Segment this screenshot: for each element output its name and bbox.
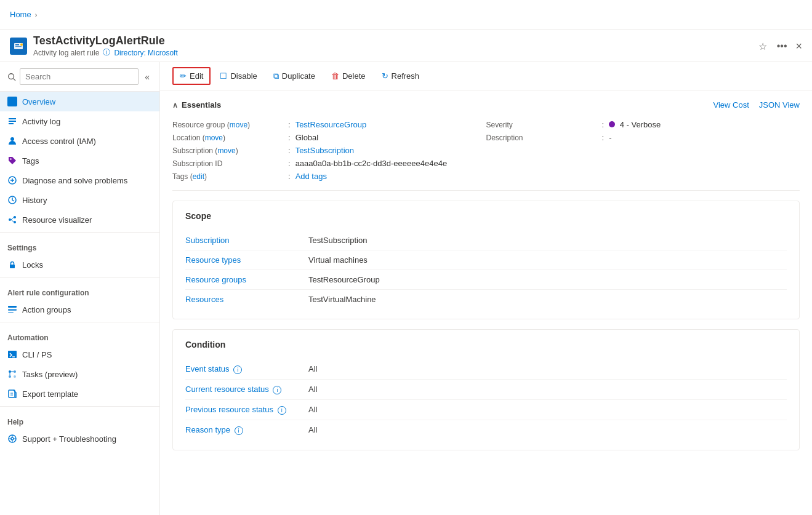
main-layout: « Overview Activity log bbox=[0, 62, 812, 515]
add-tags-link[interactable]: Add tags bbox=[295, 172, 327, 181]
svg-rect-24 bbox=[8, 309, 17, 311]
content-body: ∧ Essentials View Cost JSON View bbox=[160, 90, 812, 460]
svg-point-18 bbox=[14, 216, 16, 218]
scope-resources-label: Resources bbox=[185, 295, 308, 304]
sidebar-item-diagnose[interactable]: Diagnose and solve problems bbox=[0, 170, 159, 190]
duplicate-button[interactable]: ⧉ Duplicate bbox=[267, 68, 322, 85]
overview-icon bbox=[7, 97, 17, 106]
breadcrumb-separator: › bbox=[35, 11, 38, 18]
tags-edit-link[interactable]: edit bbox=[193, 172, 204, 181]
scope-resource-types-row: Resource types Virtual machines bbox=[185, 250, 787, 270]
sidebar-item-tags[interactable]: Tags bbox=[0, 151, 159, 170]
subscription-row: Subscription (move) : TestSubscription bbox=[172, 144, 486, 157]
favorite-button[interactable]: ☆ bbox=[756, 38, 770, 55]
essentials-title: ∧ Essentials bbox=[172, 100, 221, 110]
scope-fields: Subscription TestSubscription Resource t… bbox=[185, 231, 787, 309]
search-input[interactable] bbox=[20, 68, 139, 85]
sidebar-item-cli-ps[interactable]: CLI / PS bbox=[0, 345, 159, 364]
severity-row: Severity : 4 - Verbose bbox=[486, 118, 800, 131]
essentials-grid: Resource group (move) : TestResourceGrou… bbox=[172, 118, 800, 191]
more-options-button[interactable]: ••• bbox=[774, 38, 790, 54]
sidebar-item-label: Diagnose and solve problems bbox=[22, 176, 127, 185]
collapse-sidebar-button[interactable]: « bbox=[142, 71, 152, 83]
header-actions: ☆ ••• bbox=[756, 38, 790, 55]
sidebar-item-activity-log[interactable]: Activity log bbox=[0, 111, 159, 131]
sidebar-item-iam[interactable]: Access control (IAM) bbox=[0, 131, 159, 151]
sidebar-divider-settings bbox=[0, 232, 159, 233]
svg-rect-25 bbox=[8, 312, 14, 313]
sidebar-item-resource-visualizer[interactable]: Resource visualizer bbox=[0, 210, 159, 230]
svg-point-19 bbox=[14, 221, 16, 223]
subscription-move-link[interactable]: move bbox=[217, 146, 235, 155]
svg-point-38 bbox=[11, 437, 14, 440]
disable-button[interactable]: ☐ Disable bbox=[213, 68, 263, 84]
sidebar-item-locks[interactable]: Locks bbox=[0, 255, 159, 274]
svg-rect-7 bbox=[13, 99, 15, 101]
info-icon: ⓘ bbox=[103, 47, 110, 58]
help-section-header: Help bbox=[0, 409, 159, 429]
svg-point-3 bbox=[20, 44, 23, 46]
edit-button[interactable]: ✏ Edit bbox=[172, 67, 211, 85]
resource-group-value: TestResourceGroup bbox=[295, 120, 367, 129]
duplicate-icon: ⧉ bbox=[273, 71, 279, 81]
sidebar-item-tasks-preview[interactable]: Tasks (preview) bbox=[0, 364, 159, 384]
svg-rect-10 bbox=[9, 118, 16, 119]
svg-rect-8 bbox=[10, 102, 12, 104]
reason-type-label: Reason type i bbox=[185, 425, 308, 435]
event-status-label: Event status i bbox=[185, 364, 308, 374]
settings-section-header: Settings bbox=[0, 235, 159, 255]
current-resource-status-value: All bbox=[308, 385, 317, 394]
scope-resources-value: TestVirtualMachine bbox=[308, 295, 376, 304]
sidebar-item-action-groups[interactable]: Action groups bbox=[0, 300, 159, 319]
scope-card: Scope Subscription TestSubscription Reso… bbox=[172, 201, 800, 319]
svg-rect-23 bbox=[8, 306, 17, 308]
event-status-info-icon[interactable]: i bbox=[233, 365, 242, 374]
cli-icon bbox=[7, 349, 17, 359]
subscription-link[interactable]: TestSubscription bbox=[295, 146, 354, 155]
iam-icon bbox=[7, 136, 17, 146]
scope-resource-types-value: Virtual machines bbox=[308, 255, 368, 265]
diagnose-icon bbox=[7, 175, 17, 185]
resource-subtitle: Activity log alert rule ⓘ Directory: Mic… bbox=[33, 47, 750, 58]
view-cost-link[interactable]: View Cost bbox=[713, 100, 749, 110]
svg-point-28 bbox=[9, 370, 11, 373]
refresh-button[interactable]: ↻ Refresh bbox=[375, 68, 427, 84]
scope-title: Scope bbox=[185, 211, 787, 221]
current-resource-status-row: Current resource status i All bbox=[185, 380, 787, 400]
sidebar-nav: Overview Activity log Access control (IA… bbox=[0, 92, 159, 515]
sidebar-item-export-template[interactable]: Export template bbox=[0, 384, 159, 404]
current-resource-status-info-icon[interactable]: i bbox=[273, 386, 281, 394]
sidebar-item-label: Activity log bbox=[22, 117, 60, 126]
export-icon bbox=[7, 389, 17, 399]
scope-subscription-label: Subscription bbox=[185, 236, 308, 245]
close-button[interactable]: × bbox=[795, 40, 802, 53]
location-row: Location (move) : Global bbox=[172, 131, 486, 144]
severity-value: 4 - Verbose bbox=[609, 120, 661, 129]
svg-point-29 bbox=[14, 370, 16, 373]
location-move-link[interactable]: move bbox=[205, 134, 223, 142]
resource-group-link[interactable]: TestResourceGroup bbox=[295, 120, 367, 129]
reason-type-info-icon[interactable]: i bbox=[235, 426, 243, 435]
sidebar-divider-help bbox=[0, 406, 159, 407]
svg-rect-1 bbox=[15, 44, 19, 46]
scope-resources-row: Resources TestVirtualMachine bbox=[185, 290, 787, 309]
svg-rect-22 bbox=[10, 265, 15, 268]
sidebar-item-history[interactable]: History bbox=[0, 190, 159, 210]
breadcrumb-home[interactable]: Home bbox=[10, 10, 31, 19]
condition-card: Condition Event status i All Current res… bbox=[172, 329, 800, 450]
json-view-link[interactable]: JSON View bbox=[759, 100, 800, 110]
resource-group-move-link[interactable]: move bbox=[230, 121, 247, 129]
alert-config-section-header: Alert rule configuration bbox=[0, 280, 159, 300]
svg-rect-9 bbox=[13, 102, 15, 104]
sidebar-item-overview[interactable]: Overview bbox=[0, 92, 159, 111]
search-icon bbox=[7, 73, 16, 81]
svg-point-17 bbox=[9, 218, 11, 221]
sidebar-item-support[interactable]: Support + Troubleshooting bbox=[0, 429, 159, 449]
svg-rect-2 bbox=[15, 46, 22, 47]
resource-group-row: Resource group (move) : TestResourceGrou… bbox=[172, 118, 486, 131]
resource-type-label: Activity log alert rule bbox=[33, 49, 99, 57]
essentials-collapse-button[interactable]: ∧ bbox=[172, 101, 178, 110]
previous-resource-status-info-icon[interactable]: i bbox=[278, 406, 286, 415]
delete-button[interactable]: 🗑 Delete bbox=[324, 68, 372, 84]
tasks-icon bbox=[7, 369, 17, 379]
